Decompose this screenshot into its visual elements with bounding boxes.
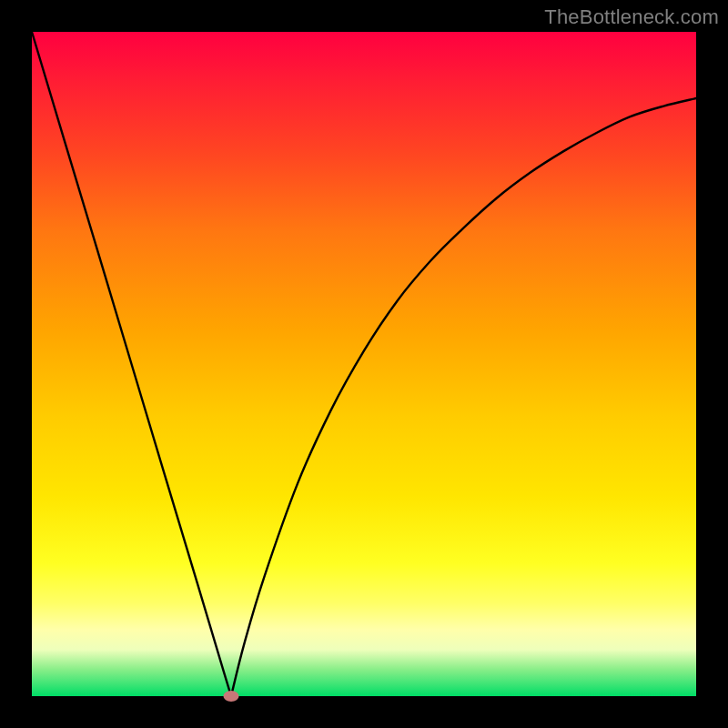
chart-frame: TheBottleneck.com <box>0 0 728 728</box>
minimum-marker <box>224 691 239 702</box>
curve-path <box>32 32 696 696</box>
watermark-text: TheBottleneck.com <box>544 5 719 29</box>
bottleneck-curve <box>32 32 696 696</box>
plot-area <box>32 32 696 696</box>
